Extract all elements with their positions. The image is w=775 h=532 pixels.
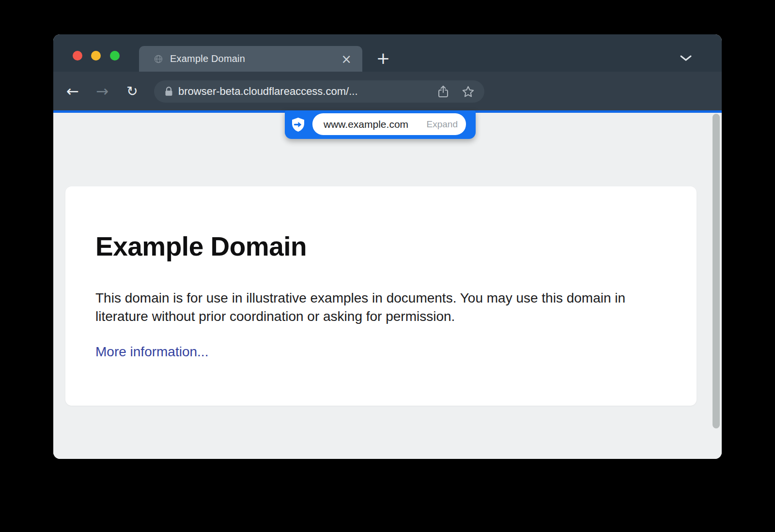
- window-minimize-button[interactable]: [91, 51, 101, 61]
- lock-icon[interactable]: [165, 87, 173, 96]
- content-card: Example Domain This domain is for use in…: [65, 186, 697, 406]
- isolation-banner: www.example.com Expand: [285, 110, 476, 139]
- tab-example-domain[interactable]: Example Domain ×: [139, 46, 362, 72]
- tab-close-icon[interactable]: ×: [341, 53, 352, 65]
- bookmark-star-icon[interactable]: [462, 85, 475, 98]
- browser-window: Example Domain × + ← → ↻ browser-beta.cl…: [53, 34, 722, 459]
- isolated-domain-text: www.example.com: [324, 119, 408, 130]
- shield-arrow-icon: [292, 117, 305, 132]
- vertical-scrollbar[interactable]: [713, 114, 720, 428]
- more-information-link[interactable]: More information...: [95, 344, 208, 360]
- share-icon[interactable]: [437, 85, 449, 98]
- expand-button[interactable]: Expand: [427, 119, 458, 130]
- globe-favicon-icon: [154, 54, 163, 64]
- page-viewport: Example Domain This domain is for use in…: [53, 113, 722, 459]
- tab-strip: Example Domain × +: [53, 34, 722, 72]
- window-zoom-button[interactable]: [110, 51, 120, 61]
- reload-button[interactable]: ↻: [122, 72, 143, 110]
- url-text: browser-beta.cloudflareaccess.com/...: [178, 85, 358, 98]
- omnibox-actions: [437, 85, 475, 98]
- isolated-domain-pill: www.example.com Expand: [312, 113, 466, 135]
- address-bar[interactable]: browser-beta.cloudflareaccess.com/...: [154, 80, 484, 103]
- new-tab-button[interactable]: +: [374, 50, 392, 67]
- back-button[interactable]: ←: [62, 72, 83, 110]
- window-close-button[interactable]: [73, 51, 82, 61]
- tab-title: Example Domain: [170, 53, 245, 64]
- chevron-down-icon[interactable]: [680, 55, 692, 63]
- page-title: Example Domain: [95, 231, 307, 262]
- toolbar: ← → ↻ browser-beta.cloudflareaccess.com/…: [53, 72, 722, 110]
- page-paragraph: This domain is for use in illustrative e…: [95, 289, 655, 326]
- forward-button[interactable]: →: [92, 72, 113, 110]
